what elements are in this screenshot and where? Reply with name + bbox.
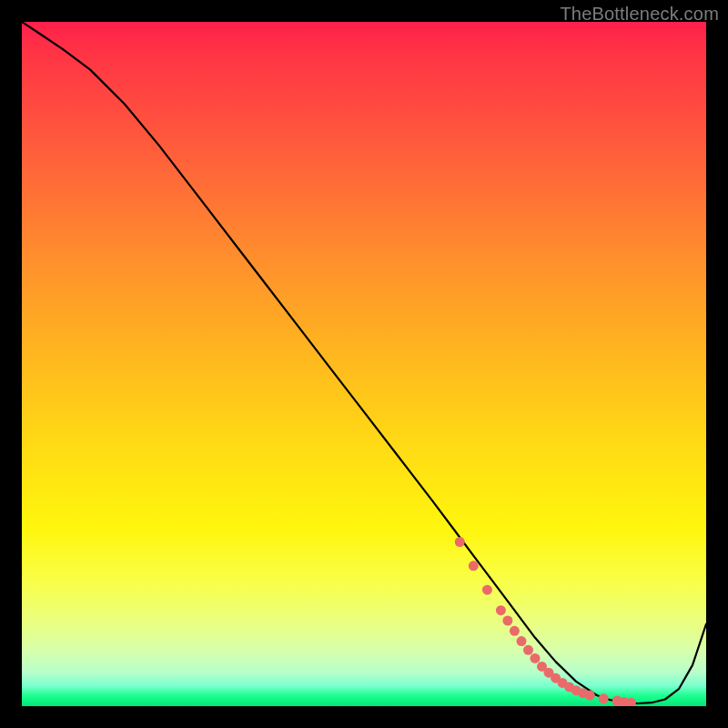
highlight-dot [585,691,595,701]
highlight-dot [531,653,541,663]
highlight-dot [523,645,533,655]
highlight-dot [482,585,492,595]
highlight-dot [502,616,512,626]
bottleneck-curve [22,22,706,703]
chart-container: TheBottleneck.com [0,0,728,728]
watermark-text: TheBottleneck.com [560,4,719,25]
curve-svg [22,22,706,706]
highlight-dots [455,537,636,706]
highlight-dot [517,636,527,646]
plot-area [22,22,706,706]
highlight-dot [510,626,520,636]
highlight-dot [599,693,609,703]
highlight-dot [455,537,465,547]
highlight-dot [469,561,479,571]
highlight-dot [496,605,506,615]
